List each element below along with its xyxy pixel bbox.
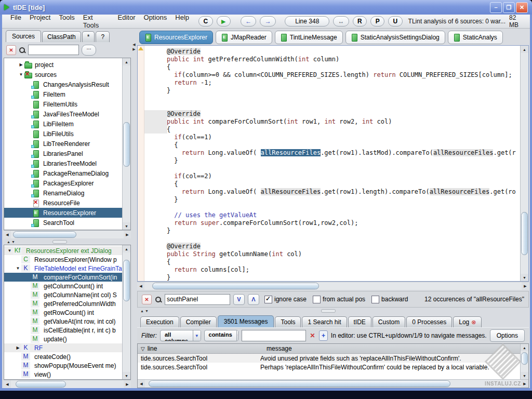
table-row[interactable]: tide.sources.SearchToolAvoid unused priv…	[138, 354, 520, 363]
tree-item-librariestreemodel[interactable]: LibrariesTreeModel	[4, 158, 122, 168]
code-line[interactable]: {	[144, 126, 520, 134]
collapse-right-icon[interactable]: ▶	[132, 47, 135, 51]
code-line[interactable]: {	[144, 63, 520, 71]
scroll-left-button[interactable]: ◀	[4, 231, 11, 238]
filter-column-select[interactable]: all columns ▼	[160, 330, 201, 341]
find-input[interactable]	[165, 294, 230, 305]
code-line[interactable]: }	[144, 196, 520, 204]
editor-tab-jmapreader[interactable]: JMapReader	[216, 31, 272, 44]
code-line[interactable]: {	[144, 180, 520, 188]
scroll-down-button[interactable]: ▼	[521, 372, 528, 379]
structure-item-resourcesexplorer-ext-jdialog[interactable]: ▼KfResourcesExplorer ext JDialog	[4, 246, 122, 255]
splitter-down-icon[interactable]: ▼	[11, 240, 15, 244]
code-line[interactable]: return super.compareForColumnSort(row1,r…	[144, 219, 520, 227]
filter-input[interactable]	[242, 330, 306, 341]
table-row[interactable]: tide.sources.SearchToolPerhaps 'replaceA…	[138, 363, 520, 371]
code-line[interactable]: {	[144, 141, 520, 149]
tree-item-fileitemutils[interactable]: FileItemUtils	[4, 99, 122, 109]
resize-icon[interactable]: ↔	[333, 16, 349, 26]
structure-item-createcode[interactable]: McreateCode()	[4, 352, 122, 361]
splitter-grip[interactable]	[52, 240, 67, 244]
run-icon[interactable]: ▶	[217, 16, 231, 26]
scroll-right-button[interactable]: ▶	[124, 231, 131, 238]
scrollbar-thumb[interactable]	[13, 231, 76, 238]
code-line[interactable]: @Override	[144, 48, 520, 56]
sort-icon[interactable]: ▽	[141, 346, 145, 352]
clear-search-icon[interactable]: ✕	[6, 45, 16, 55]
scroll-down-button[interactable]: ▼	[123, 222, 130, 230]
scrollbar-track[interactable]	[123, 65, 130, 222]
table-horizontal-scrollbar[interactable]: ◀▶	[138, 379, 528, 388]
code-line[interactable]: }	[144, 274, 520, 281]
editor-vertical-scrollbar[interactable]: ▲▼	[520, 46, 528, 281]
tab-[interactable]: *	[82, 31, 95, 42]
tree-item-javafilestreemodel[interactable]: JavaFilesTreeModel	[4, 109, 122, 119]
search-option-ignore-case[interactable]: ignore case	[264, 296, 307, 303]
structure-item-getcolumnname-int-col-s[interactable]: MgetColumnName(int col) S	[4, 290, 122, 299]
undo-button[interactable]: U	[388, 16, 403, 26]
scrollbar-track[interactable]	[521, 351, 528, 372]
code-line[interactable]: @Override	[144, 110, 520, 118]
back-icon[interactable]: ←	[241, 16, 256, 26]
menu-item-file[interactable]: File	[6, 14, 25, 29]
scroll-up-button[interactable]: ▲	[123, 245, 130, 252]
splitter-grip[interactable]	[321, 309, 336, 313]
column-header-message[interactable]: message	[263, 345, 520, 352]
scroll-right-button[interactable]: ▶	[522, 282, 529, 290]
code-line[interactable]: @Override	[144, 243, 520, 250]
menu-item-ext-tools[interactable]: Ext Tools	[79, 14, 114, 29]
tree-item-packagerenamedialog[interactable]: PackageRenameDialog	[4, 168, 122, 178]
close-button[interactable]: ✕	[516, 2, 528, 13]
collapsed-icon[interactable]: ▶	[18, 62, 24, 67]
search-option-from-actual-pos[interactable]: from actual pos	[313, 296, 365, 303]
code-line[interactable]: }	[144, 157, 520, 165]
tree-item-librariespanel[interactable]: LibrariesPanel	[4, 149, 122, 158]
expanded-icon[interactable]: ▼	[18, 72, 24, 77]
code-line[interactable]: public String getColumnName(int col)	[144, 250, 520, 258]
bottom-tab-tide[interactable]: tIDE	[348, 316, 371, 327]
tree-item-resourcefile[interactable]: ✕ResourceFile	[4, 198, 122, 208]
code-line[interactable]: return -1;	[144, 79, 520, 87]
scrollbar-thumb[interactable]	[149, 380, 450, 387]
structure-item-getvalueat-int-row-int-col[interactable]: MgetValueAt(int row, int col)	[4, 317, 122, 326]
code-line[interactable]	[144, 102, 520, 110]
scrollbar-thumb[interactable]	[152, 283, 319, 289]
minimize-button[interactable]: –	[490, 2, 502, 13]
tab-classpath[interactable]: ClassPath	[42, 31, 81, 42]
structure-item-getrowcount-int[interactable]: MgetRowCount() int	[4, 308, 122, 317]
structure-item-showpopup-mouseevent-me[interactable]: MshowPopup(MouseEvent me)	[4, 361, 122, 370]
bottom-tab-compiler[interactable]: Compiler	[180, 316, 217, 327]
scroll-left-button[interactable]: ◀	[137, 282, 144, 290]
maximize-button[interactable]: ❐	[503, 2, 515, 13]
expanded-icon[interactable]: ▼	[15, 266, 21, 271]
tree-horizontal-scrollbar[interactable]: ◀▶	[4, 230, 131, 238]
scroll-up-button[interactable]: ▲	[521, 344, 528, 351]
scroll-left-button[interactable]: ◀	[138, 380, 145, 388]
bottom-tab-custom[interactable]: Custom	[373, 316, 405, 327]
tree-item-resourcesexplorer[interactable]: ResourcesExplorer	[4, 208, 122, 218]
scrollbar-track[interactable]	[145, 380, 521, 388]
scroll-right-button[interactable]: ▶	[521, 380, 528, 388]
code-line[interactable]	[144, 165, 520, 172]
chevron-down-icon[interactable]: ▼	[193, 330, 201, 341]
menu-item-project[interactable]: Project	[25, 14, 55, 29]
collapse-left-icon[interactable]: ◀	[132, 42, 135, 47]
column-header-line[interactable]: ▽line	[138, 345, 263, 352]
find-previous-button[interactable]: Λ	[248, 294, 259, 305]
splitter-down-icon[interactable]: ▼	[145, 309, 149, 313]
editor-horizontal-scrollbar[interactable]: ◀▶	[137, 282, 529, 290]
menu-item-tools[interactable]: Tools	[55, 14, 78, 29]
structure-item-getpreferredcolumnwidth[interactable]: MgetPreferredColumnWidth	[4, 299, 122, 308]
editor-tab-tintlinemessage[interactable]: TintLineMessage	[275, 31, 343, 44]
structure-item-compareforcolumnsort-in[interactable]: McompareForColumnSort(in	[4, 273, 122, 282]
menu-item-help[interactable]: Help	[171, 14, 193, 29]
scrollbar-thumb[interactable]	[123, 260, 130, 301]
code-line[interactable]	[144, 95, 520, 102]
scrollbar-track[interactable]	[521, 53, 528, 274]
structure-item-filetablemodel-ext-finegrainta[interactable]: ▼KFileTableModel ext FineGrainTa	[4, 264, 122, 273]
tree-item-libfileitem[interactable]: LibFileItem	[4, 119, 122, 129]
tree-item-fileitem[interactable]: FileItem	[4, 89, 122, 99]
chevron-down-icon[interactable]: ▼	[236, 330, 238, 341]
code-line[interactable]: if(column>=0 && column<COLUMN_PREFERED_S…	[144, 71, 520, 79]
editor-tab-resourcesexplorer[interactable]: ResourcesExplorer	[139, 31, 213, 44]
